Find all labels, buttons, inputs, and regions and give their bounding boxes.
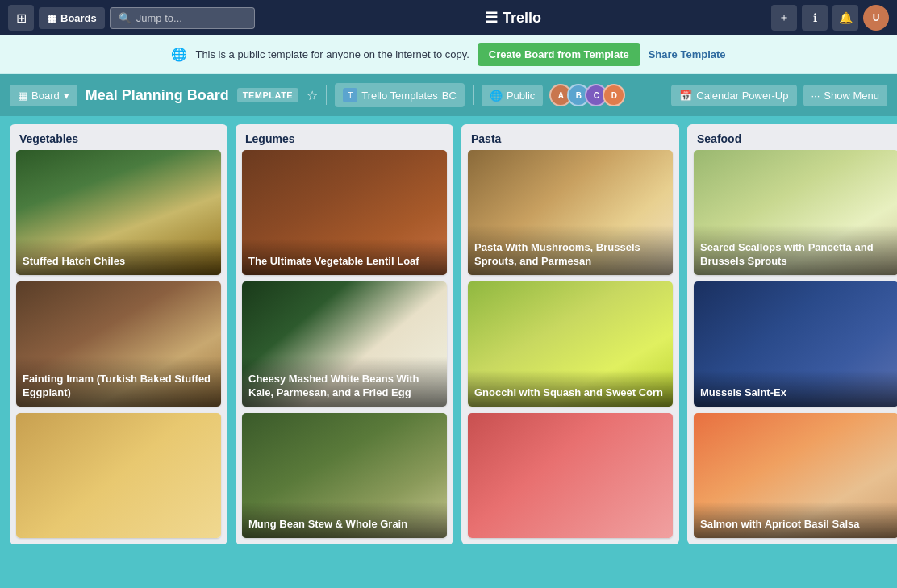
search-icon: 🔍 xyxy=(119,12,131,24)
boards-icon: ▦ xyxy=(47,12,56,24)
card-image-salmon: Salmon with Apricot Basil Salsa xyxy=(694,413,897,538)
list-header-vegetables: Vegetables xyxy=(10,124,227,150)
list-cards-legumes: The Ultimate Vegetable Lentil LoafCheesy… xyxy=(236,150,453,544)
star-button[interactable]: ☆ xyxy=(307,88,318,103)
card-eggplant[interactable]: Fainting Imam (Turkish Baked Stuffed Egg… xyxy=(16,281,221,407)
card-image-cheesy-beans: Cheesy Mashed White Beans With Kale, Par… xyxy=(242,281,447,407)
card-label-cheesy-beans: Cheesy Mashed White Beans With Kale, Par… xyxy=(242,357,447,407)
card-label-eggplant: Fainting Imam (Turkish Baked Stuffed Egg… xyxy=(16,357,221,407)
board-menu-button[interactable]: ▦ Board ▾ xyxy=(10,85,77,106)
header-divider-2 xyxy=(473,85,474,105)
card-label-stuffed-chiles: Stuffed Hatch Chiles xyxy=(16,239,221,275)
home-icon[interactable]: ⊞ xyxy=(8,5,34,31)
calendar-label: Calendar Power-Up xyxy=(696,90,788,102)
chevron-down-icon: ▾ xyxy=(64,90,69,102)
card-image-veg-bottom xyxy=(16,413,221,538)
card-label-lentil-loaf: The Ultimate Vegetable Lentil Loaf xyxy=(242,239,447,275)
show-menu-label: Show Menu xyxy=(824,90,879,102)
workspace-label: Trello Templates xyxy=(361,90,438,102)
search-input[interactable] xyxy=(136,12,246,24)
card-salmon[interactable]: Salmon with Apricot Basil Salsa xyxy=(694,413,897,538)
card-label-mussels: Mussels Saint-Ex xyxy=(694,370,897,407)
list-column-seafood: SeafoodSeared Scallops with Pancetta and… xyxy=(687,124,897,544)
list-header-legumes: Legumes xyxy=(236,124,453,150)
card-cheesy-beans[interactable]: Cheesy Mashed White Beans With Kale, Par… xyxy=(242,281,447,407)
card-image-mung-bean: Mung Bean Stew & Whole Grain xyxy=(242,413,447,538)
list-column-pasta: PastaPasta With Mushrooms, Brussels Spro… xyxy=(461,124,679,544)
list-cards-pasta: Pasta With Mushrooms, Brussels Sprouts, … xyxy=(461,150,679,544)
list-column-legumes: LegumesThe Ultimate Vegetable Lentil Loa… xyxy=(236,124,453,544)
trello-logo-icon: ☰ xyxy=(485,9,498,27)
card-gnocchi[interactable]: Gnocchi with Squash and Sweet Corn xyxy=(468,281,673,407)
board-lists-area: VegetablesStuffed Hatch ChilesFainting I… xyxy=(0,116,897,588)
card-image-lentil-loaf: The Ultimate Vegetable Lentil Loaf xyxy=(242,150,447,275)
add-button[interactable]: ＋ xyxy=(771,5,797,31)
search-container: 🔍 xyxy=(110,7,255,29)
show-menu-button[interactable]: ··· Show Menu xyxy=(803,85,888,106)
visibility-button[interactable]: 🌐 Public xyxy=(482,85,543,106)
card-mussels[interactable]: Mussels Saint-Ex xyxy=(694,281,897,407)
calendar-icon: 📅 xyxy=(679,90,692,102)
menu-dots-icon: ··· xyxy=(811,90,820,102)
user-avatar[interactable]: U xyxy=(863,5,889,31)
card-label-pasta-mush: Pasta With Mushrooms, Brussels Sprouts, … xyxy=(468,225,673,275)
card-image-mussels: Mussels Saint-Ex xyxy=(694,281,897,407)
create-board-button[interactable]: Create Board from Template xyxy=(478,43,640,66)
card-mung-bean[interactable]: Mung Bean Stew & Whole Grain xyxy=(242,413,447,538)
template-badge: TEMPLATE xyxy=(237,88,298,102)
calendar-power-up-button[interactable]: 📅 Calendar Power-Up xyxy=(671,85,796,106)
card-pasta-mush[interactable]: Pasta With Mushrooms, Brussels Sprouts, … xyxy=(468,150,673,275)
list-header-pasta: Pasta xyxy=(461,124,679,150)
globe-icon-small: 🌐 xyxy=(490,90,503,102)
card-lentil-loaf[interactable]: The Ultimate Vegetable Lentil Loaf xyxy=(242,150,447,275)
card-image-scallops: Seared Scallops with Pancetta and Brusse… xyxy=(694,150,897,275)
visibility-label: Public xyxy=(507,90,535,102)
card-stuffed-chiles[interactable]: Stuffed Hatch Chiles xyxy=(16,150,221,275)
list-cards-seafood: Seared Scallops with Pancetta and Brusse… xyxy=(687,150,897,544)
banner-message: This is a public template for anyone on … xyxy=(195,48,469,60)
boards-button[interactable]: ▦ Boards xyxy=(39,7,105,29)
notifications-button[interactable]: 🔔 xyxy=(832,5,858,31)
workspace-button[interactable]: T Trello Templates BC xyxy=(335,83,465,107)
workspace-icon: T xyxy=(343,88,357,102)
board-icon: ▦ xyxy=(18,90,27,102)
list-cards-vegetables: Stuffed Hatch ChilesFainting Imam (Turki… xyxy=(10,150,227,544)
board-members: A B C D xyxy=(554,84,625,106)
list-header-seafood: Seafood xyxy=(687,124,897,150)
topnav-actions: ＋ ℹ 🔔 U xyxy=(771,5,889,31)
trello-logo: ☰ Trello xyxy=(260,9,766,27)
card-label-salmon: Salmon with Apricot Basil Salsa xyxy=(694,502,897,538)
workspace-code: BC xyxy=(442,90,457,102)
trello-logo-text: Trello xyxy=(503,10,541,27)
card-image-pasta-bottom xyxy=(468,413,673,538)
info-button[interactable]: ℹ xyxy=(802,5,828,31)
member-avatar-4[interactable]: D xyxy=(603,84,625,106)
header-divider xyxy=(326,85,327,105)
boards-label: Boards xyxy=(60,12,97,24)
globe-icon: 🌐 xyxy=(171,47,187,62)
card-image-stuffed-chiles: Stuffed Hatch Chiles xyxy=(16,150,221,275)
card-image-pasta-mush: Pasta With Mushrooms, Brussels Sprouts, … xyxy=(468,150,673,275)
template-banner: 🌐 This is a public template for anyone o… xyxy=(0,35,897,74)
card-veg-bottom[interactable] xyxy=(16,413,221,538)
top-navigation: ⊞ ▦ Boards 🔍 ☰ Trello ＋ ℹ 🔔 U xyxy=(0,0,897,35)
board-menu-label: Board xyxy=(31,90,60,102)
list-column-vegetables: VegetablesStuffed Hatch ChilesFainting I… xyxy=(10,124,227,544)
card-label-gnocchi: Gnocchi with Squash and Sweet Corn xyxy=(468,370,673,407)
card-image-gnocchi: Gnocchi with Squash and Sweet Corn xyxy=(468,281,673,407)
card-label-mung-bean: Mung Bean Stew & Whole Grain xyxy=(242,502,447,538)
board-title: Meal Planning Board xyxy=(86,87,229,104)
board-header-right: 📅 Calendar Power-Up ··· Show Menu xyxy=(671,85,887,106)
card-image-eggplant: Fainting Imam (Turkish Baked Stuffed Egg… xyxy=(16,281,221,407)
card-label-scallops: Seared Scallops with Pancetta and Brusse… xyxy=(694,225,897,275)
board-header: ▦ Board ▾ Meal Planning Board TEMPLATE ☆… xyxy=(0,74,897,116)
card-pasta-bottom[interactable] xyxy=(468,413,673,538)
card-scallops[interactable]: Seared Scallops with Pancetta and Brusse… xyxy=(694,150,897,275)
share-template-button[interactable]: Share Template xyxy=(649,48,726,60)
